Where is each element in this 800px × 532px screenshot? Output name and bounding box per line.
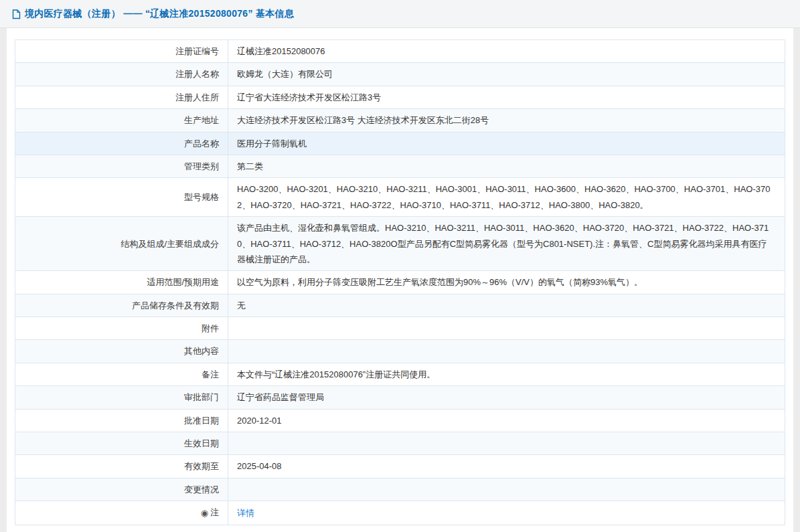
row-label: 产品储存条件及有效期	[15, 294, 228, 317]
row-value: 第二类	[228, 155, 785, 177]
row-value: 该产品由主机、湿化壶和鼻氧管组成。HAO-3210、HAO-3211、HAO-3…	[228, 217, 785, 271]
row-label: 备注	[15, 363, 228, 385]
row-label: ◉注	[15, 501, 228, 525]
page-header: 境内医疗器械（注册） —— “辽械注准20152080076” 基本信息	[0, 0, 800, 28]
row-value: 详情	[228, 501, 785, 525]
row-label: 型号规格	[15, 178, 228, 217]
row-value	[228, 340, 785, 363]
row-value: HAO-3200、HAO-3201、HAO-3210、HAO-3211、HAO-…	[228, 178, 785, 217]
table-row: 审批部门 辽宁省药品监督管理局	[15, 386, 785, 409]
row-label: 注册人名称	[15, 63, 228, 86]
content-panel: 注册证编号 辽械注准20152080076 注册人名称 欧姆龙（大连）有限公司 …	[7, 28, 793, 532]
table-row: 产品储存条件及有效期 无	[15, 294, 785, 317]
table-row: 型号规格 HAO-3200、HAO-3201、HAO-3210、HAO-3211…	[15, 178, 785, 217]
row-value	[228, 478, 785, 501]
document-icon	[12, 9, 21, 19]
table-row: 生效日期	[15, 432, 785, 455]
table-row: 注册人住所 辽宁省大连经济技术开发区松江路3号	[15, 86, 785, 108]
row-label: 变更情况	[15, 478, 228, 501]
row-label: 注册证编号	[15, 40, 228, 63]
registration-info-table: 注册证编号 辽械注准20152080076 注册人名称 欧姆龙（大连）有限公司 …	[15, 39, 785, 525]
note-icon: ◉	[201, 505, 208, 521]
detail-link[interactable]: 详情	[237, 508, 254, 518]
row-label: 审批部门	[15, 386, 228, 409]
row-label: 结构及组成/主要组成成分	[15, 217, 228, 271]
row-value: 医用分子筛制氧机	[228, 132, 785, 155]
table-row: 备注 本文件与“辽械注准20152080076”注册证共同使用。	[15, 363, 785, 385]
note-label-text: 注	[210, 507, 219, 517]
row-value: 2025-04-08	[228, 455, 785, 478]
table-row: 管理类别 第二类	[15, 155, 785, 177]
row-label: 注册人住所	[15, 86, 228, 108]
row-label: 产品名称	[15, 132, 228, 155]
row-value: 2020-12-01	[228, 409, 785, 432]
row-label: 其他内容	[15, 340, 228, 363]
table-row: 结构及组成/主要组成成分 该产品由主机、湿化壶和鼻氧管组成。HAO-3210、H…	[15, 217, 785, 271]
row-label: 附件	[15, 317, 228, 340]
table-row: 变更情况	[15, 478, 785, 501]
table-row: 批准日期 2020-12-01	[15, 409, 785, 432]
row-value: 辽械注准20152080076	[228, 40, 785, 63]
row-label: 有效期至	[15, 455, 228, 478]
table-row-note: ◉注 详情	[15, 501, 785, 525]
table-row: 附件	[15, 317, 785, 340]
row-label: 适用范围/预期用途	[15, 271, 228, 294]
row-label: 生效日期	[15, 432, 228, 455]
row-value	[228, 317, 785, 340]
row-label: 生产地址	[15, 109, 228, 132]
table-row: 适用范围/预期用途 以空气为原料，利用分子筛变压吸附工艺生产氧浓度范围为90%～…	[15, 271, 785, 294]
row-value: 大连经济技术开发区松江路3号 大连经济技术开发区东北二街28号	[228, 109, 785, 132]
table-row: 注册证编号 辽械注准20152080076	[15, 40, 785, 63]
page-title: 境内医疗器械（注册） —— “辽械注准20152080076” 基本信息	[25, 8, 294, 20]
table-row: 有效期至 2025-04-08	[15, 455, 785, 478]
row-value: 无	[228, 294, 785, 317]
table-row: 产品名称 医用分子筛制氧机	[15, 132, 785, 155]
row-value: 辽宁省大连经济技术开发区松江路3号	[228, 86, 785, 108]
row-value	[228, 432, 785, 455]
row-label: 管理类别	[15, 155, 228, 177]
table-row: 生产地址 大连经济技术开发区松江路3号 大连经济技术开发区东北二街28号	[15, 109, 785, 132]
row-label: 批准日期	[15, 409, 228, 432]
row-value: 本文件与“辽械注准20152080076”注册证共同使用。	[228, 363, 785, 385]
row-value: 以空气为原料，利用分子筛变压吸附工艺生产氧浓度范围为90%～96%（V/V）的氧…	[228, 271, 785, 294]
row-value: 辽宁省药品监督管理局	[228, 386, 785, 409]
row-value: 欧姆龙（大连）有限公司	[228, 63, 785, 86]
table-row: 注册人名称 欧姆龙（大连）有限公司	[15, 63, 785, 86]
table-row: 其他内容	[15, 340, 785, 363]
